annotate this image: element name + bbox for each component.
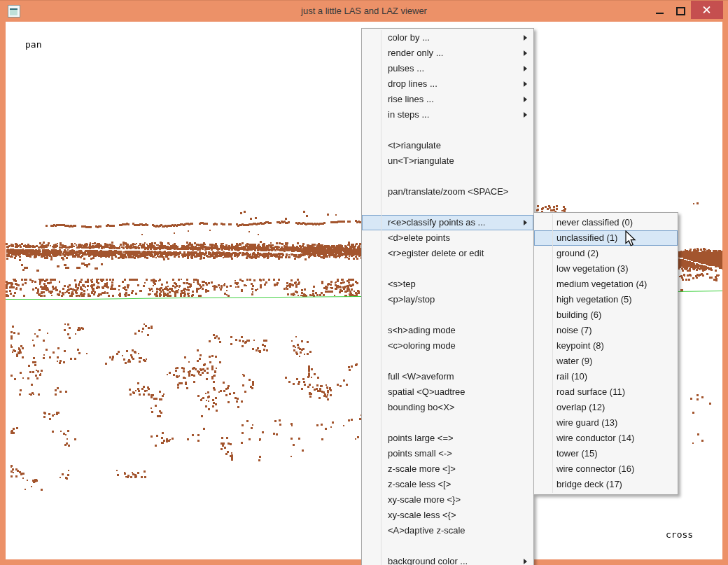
submenu-arrow-icon bbox=[524, 220, 527, 225]
submenu-item-wire-guard-13[interactable]: wire guard (13) bbox=[534, 415, 678, 431]
menu-item-label: unclassified (1) bbox=[556, 232, 617, 243]
menu-item-d-elete-points[interactable]: <d>elete points bbox=[362, 230, 533, 246]
submenu-arrow-icon bbox=[524, 81, 527, 87]
menu-item-label: un<T>riangulate bbox=[388, 155, 454, 166]
menu-item-full-w-aveform[interactable]: full <W>aveform bbox=[362, 369, 533, 384]
menu-item-pulses[interactable]: pulses ... bbox=[362, 61, 533, 76]
menu-item-un-t-riangulate[interactable]: un<T>riangulate bbox=[362, 153, 533, 169]
menu-item-label: overlap (12) bbox=[556, 402, 605, 412]
menu-item-label: never classified (0) bbox=[556, 217, 633, 228]
submenu-item-water-9[interactable]: water (9) bbox=[534, 354, 678, 369]
menu-separator bbox=[362, 261, 533, 277]
menu-item-label: medium vegetation (4) bbox=[556, 279, 647, 289]
menu-item-label: pulses ... bbox=[388, 63, 424, 74]
menu-item-s-h-ading-mode[interactable]: s<h>ading mode bbox=[362, 323, 533, 338]
menu-item-label: color by ... bbox=[388, 32, 430, 43]
menu-item-xy-scale-more[interactable]: xy-scale more <}> bbox=[362, 492, 533, 508]
menu-item-p-lay-stop[interactable]: <p>lay/stop bbox=[362, 292, 533, 307]
menu-item-label: render only ... bbox=[388, 48, 444, 58]
submenu-item-keypoint-8[interactable]: keypoint (8) bbox=[534, 338, 678, 354]
maximize-button[interactable] bbox=[671, 1, 690, 19]
menu-item-label: <r>egister delete or edit bbox=[388, 248, 484, 258]
menu-item-label: <p>lay/stop bbox=[388, 294, 435, 305]
menu-item-spatial-q-uadtree[interactable]: spatial <Q>uadtree bbox=[362, 384, 533, 400]
menu-item-label: <d>elete points bbox=[388, 232, 450, 243]
menu-item-color-by[interactable]: color by ... bbox=[362, 30, 533, 46]
menu-item-label: s<h>ading mode bbox=[388, 325, 456, 335]
pan-mode-label: pan bbox=[25, 39, 41, 50]
menu-item-label: in steps ... bbox=[388, 109, 429, 120]
menu-item-label: <A>daptive z-scale bbox=[388, 525, 465, 536]
menu-separator bbox=[362, 200, 533, 215]
menu-item-t-riangulate[interactable]: <t>riangulate bbox=[362, 138, 533, 153]
menu-item-c-oloring-mode[interactable]: <c>oloring mode bbox=[362, 338, 533, 354]
submenu-item-medium-vegetation-4[interactable]: medium vegetation (4) bbox=[534, 277, 678, 292]
menu-item-r-e-classify-points-as[interactable]: r<e>classify points as ... bbox=[362, 215, 533, 230]
window-title: just a little LAS and LAZ viewer bbox=[0, 6, 728, 16]
menu-item-bounding-bo-x[interactable]: bounding bo<X> bbox=[362, 400, 533, 415]
menu-item-r-egister-delete-or-edit[interactable]: <r>egister delete or edit bbox=[362, 246, 533, 261]
menu-item-label: z-scale less <[> bbox=[388, 479, 451, 489]
submenu-item-tower-15[interactable]: tower (15) bbox=[534, 446, 678, 461]
window-border-right bbox=[722, 22, 728, 565]
submenu-arrow-icon bbox=[524, 66, 527, 71]
submenu-item-never-classified-0[interactable]: never classified (0) bbox=[534, 215, 678, 230]
close-button[interactable] bbox=[691, 1, 723, 19]
submenu-item-low-vegetation-3[interactable]: low vegetation (3) bbox=[534, 261, 678, 277]
menu-item-label: high vegetation (5) bbox=[556, 294, 632, 305]
submenu-arrow-icon bbox=[524, 97, 527, 102]
menu-item-label: <c>oloring mode bbox=[388, 340, 456, 351]
submenu-item-wire-conductor-14[interactable]: wire conductor (14) bbox=[534, 431, 678, 446]
menu-separator bbox=[362, 307, 533, 323]
menu-item-label: low vegetation (3) bbox=[556, 263, 629, 274]
minimize-button[interactable] bbox=[650, 1, 671, 19]
submenu-item-noise-7[interactable]: noise (7) bbox=[534, 323, 678, 338]
menu-item-label: tower (15) bbox=[556, 448, 598, 459]
submenu-item-road-surface-11[interactable]: road surface (11) bbox=[534, 384, 678, 400]
submenu-arrow-icon bbox=[524, 35, 527, 41]
menu-item-rise-lines[interactable]: rise lines ... bbox=[362, 92, 533, 107]
menu-item-label: drop lines ... bbox=[388, 78, 438, 89]
submenu-item-bridge-deck-17[interactable]: bridge deck (17) bbox=[534, 477, 678, 492]
submenu-item-wire-connector-16[interactable]: wire connector (16) bbox=[534, 461, 678, 477]
submenu-item-overlap-12[interactable]: overlap (12) bbox=[534, 400, 678, 415]
menu-item-label: points small <-> bbox=[388, 448, 452, 459]
menu-item-label: ground (2) bbox=[556, 248, 598, 258]
maximize-icon bbox=[676, 7, 685, 15]
submenu-item-building-6[interactable]: building (6) bbox=[534, 307, 678, 323]
menu-item-label: full <W>aveform bbox=[388, 371, 454, 382]
classify-points-submenu: never classified (0)unclassified (1)grou… bbox=[533, 212, 678, 495]
menu-item-z-scale-less[interactable]: z-scale less <[> bbox=[362, 477, 533, 492]
menu-item-xy-scale-less[interactable]: xy-scale less <{> bbox=[362, 508, 533, 523]
menu-item-label: wire connector (16) bbox=[556, 463, 634, 474]
menu-item-label: r<e>classify points as ... bbox=[388, 217, 485, 228]
submenu-item-high-vegetation-5[interactable]: high vegetation (5) bbox=[534, 292, 678, 307]
menu-item-points-large[interactable]: points large <=> bbox=[362, 431, 533, 446]
titlebar[interactable]: just a little LAS and LAZ viewer bbox=[0, 0, 728, 22]
menu-item-drop-lines[interactable]: drop lines ... bbox=[362, 76, 533, 92]
menu-item-label: rail (10) bbox=[556, 371, 587, 382]
menu-item-points-small[interactable]: points small <-> bbox=[362, 446, 533, 461]
menu-item-label: bridge deck (17) bbox=[556, 479, 622, 489]
menu-item-label: noise (7) bbox=[556, 325, 592, 335]
window-border-left bbox=[0, 22, 6, 565]
menu-item-label: background color ... bbox=[388, 556, 468, 565]
menu-item-background-color[interactable]: background color ... bbox=[362, 554, 533, 565]
menu-item-render-only[interactable]: render only ... bbox=[362, 46, 533, 61]
menu-item-label: wire guard (13) bbox=[556, 417, 617, 428]
menu-item-label: xy-scale less <{> bbox=[388, 510, 456, 520]
cross-section-label: cross bbox=[666, 529, 693, 540]
submenu-item-rail-10[interactable]: rail (10) bbox=[534, 369, 678, 384]
menu-item-in-steps[interactable]: in steps ... bbox=[362, 107, 533, 123]
menu-item-z-scale-more[interactable]: z-scale more <]> bbox=[362, 461, 533, 477]
menu-item-pan-translate-zoom-space[interactable]: pan/translate/zoom <SPACE> bbox=[362, 184, 533, 200]
menu-separator bbox=[362, 123, 533, 138]
menu-item-label: building (6) bbox=[556, 309, 601, 320]
menu-item-label: points large <=> bbox=[388, 433, 454, 443]
menu-separator bbox=[362, 538, 533, 554]
submenu-item-unclassified-1[interactable]: unclassified (1) bbox=[534, 230, 678, 246]
menu-item-label: bounding bo<X> bbox=[388, 402, 454, 412]
menu-item-a-daptive-z-scale[interactable]: <A>daptive z-scale bbox=[362, 523, 533, 538]
menu-item-s-tep[interactable]: <s>tep bbox=[362, 277, 533, 292]
submenu-item-ground-2[interactable]: ground (2) bbox=[534, 246, 678, 261]
